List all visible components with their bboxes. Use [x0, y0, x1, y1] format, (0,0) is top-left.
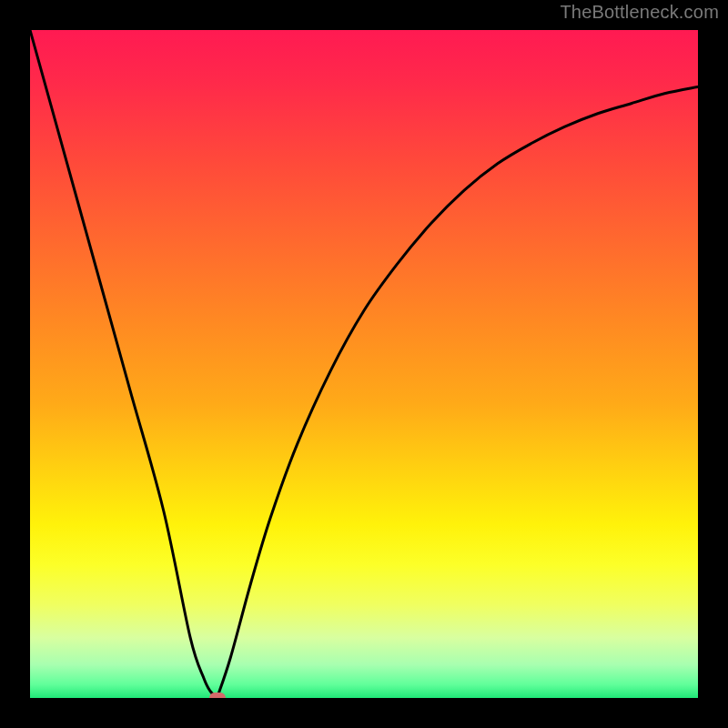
bottleneck-curve — [30, 30, 698, 698]
optimal-point-marker — [209, 693, 226, 698]
curve-layer — [30, 30, 698, 698]
chart-frame: TheBottleneck.com — [0, 0, 728, 728]
watermark-text: TheBottleneck.com — [560, 2, 719, 23]
plot-area — [30, 30, 698, 698]
